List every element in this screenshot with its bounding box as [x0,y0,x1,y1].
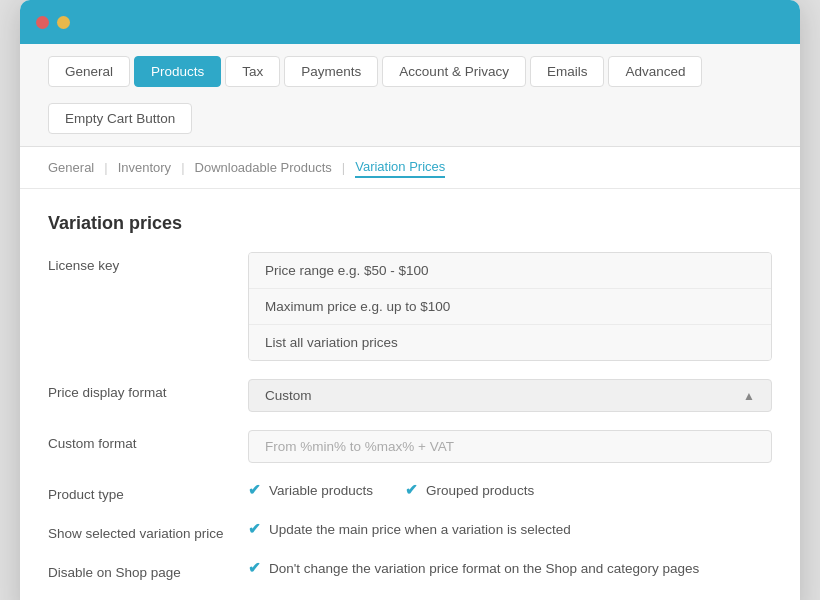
tab-account-privacy[interactable]: Account & Privacy [382,56,526,87]
product-type-row: Product type ✔ Variable products ✔ Group… [48,481,772,502]
subnav-general[interactable]: General [48,158,94,177]
custom-format-input[interactable]: From %min% to %max% + VAT [248,430,772,463]
grouped-products-checkbox-row: ✔ Grouped products [405,481,534,499]
grouped-products-label: Grouped products [426,483,534,498]
tab-products[interactable]: Products [134,56,221,87]
show-variation-price-checkbox-row: ✔ Update the main price when a variation… [248,520,772,538]
variable-products-label: Variable products [269,483,373,498]
dropdown-option-3[interactable]: List all variation prices [249,324,771,360]
subnav-sep-2: | [181,160,184,175]
price-display-format-dropdown[interactable]: Custom ▲ [248,379,772,412]
product-type-label: Product type [48,481,248,502]
disable-shop-page-checkmark-icon: ✔ [248,559,261,577]
subnav-downloadable-products[interactable]: Downloadable Products [195,158,332,177]
license-key-field: Price range e.g. $50 - $100 Maximum pric… [248,252,772,361]
product-type-checkboxes: ✔ Variable products ✔ Grouped products [248,481,772,499]
app-window: General Products Tax Payments Account & … [20,0,800,600]
dropdown-option-1[interactable]: Price range e.g. $50 - $100 [249,253,771,288]
content-area: Variation prices License key Price range… [20,189,800,600]
disable-shop-page-checkbox-row: ✔ Don't change the variation price forma… [248,559,772,577]
price-display-format-row: Price display format Custom ▲ [48,379,772,412]
price-display-format-field: Custom ▲ [248,379,772,412]
disable-shop-page-checkbox-label: Don't change the variation price format … [269,561,699,576]
show-variation-price-row: Show selected variation price ✔ Update t… [48,520,772,541]
section-title: Variation prices [48,213,772,234]
subnav-inventory[interactable]: Inventory [118,158,171,177]
main-nav: General Products Tax Payments Account & … [20,44,800,147]
chevron-up-icon: ▲ [743,389,755,403]
license-key-label: License key [48,252,248,273]
minimize-button[interactable] [57,16,70,29]
price-display-format-label: Price display format [48,379,248,400]
price-display-format-value: Custom [265,388,312,403]
disable-shop-page-field: ✔ Don't change the variation price forma… [248,559,772,577]
show-variation-price-checkbox-label: Update the main price when a variation i… [269,522,571,537]
tab-general[interactable]: General [48,56,130,87]
custom-format-row: Custom format From %min% to %max% + VAT [48,430,772,463]
disable-shop-page-label: Disable on Shop page [48,559,248,580]
license-key-dropdown[interactable]: Price range e.g. $50 - $100 Maximum pric… [248,252,772,361]
disable-shop-page-row: Disable on Shop page ✔ Don't change the … [48,559,772,580]
subnav-variation-prices[interactable]: Variation Prices [355,157,445,178]
show-variation-price-label: Show selected variation price [48,520,248,541]
sub-nav: General | Inventory | Downloadable Produ… [20,147,800,189]
custom-format-label: Custom format [48,430,248,451]
titlebar [20,0,800,44]
variable-products-checkmark-icon: ✔ [248,481,261,499]
subnav-sep-3: | [342,160,345,175]
tab-advanced[interactable]: Advanced [608,56,702,87]
subnav-sep-1: | [104,160,107,175]
custom-format-field: From %min% to %max% + VAT [248,430,772,463]
dropdown-option-2[interactable]: Maximum price e.g. up to $100 [249,288,771,324]
tab-empty-cart-button[interactable]: Empty Cart Button [48,103,192,134]
close-button[interactable] [36,16,49,29]
product-type-field: ✔ Variable products ✔ Grouped products [248,481,772,499]
license-key-row: License key Price range e.g. $50 - $100 … [48,252,772,361]
tab-emails[interactable]: Emails [530,56,605,87]
show-variation-price-checkmark-icon: ✔ [248,520,261,538]
grouped-products-checkmark-icon: ✔ [405,481,418,499]
tab-tax[interactable]: Tax [225,56,280,87]
tab-payments[interactable]: Payments [284,56,378,87]
variable-products-checkbox-row: ✔ Variable products [248,481,373,499]
show-variation-price-field: ✔ Update the main price when a variation… [248,520,772,538]
